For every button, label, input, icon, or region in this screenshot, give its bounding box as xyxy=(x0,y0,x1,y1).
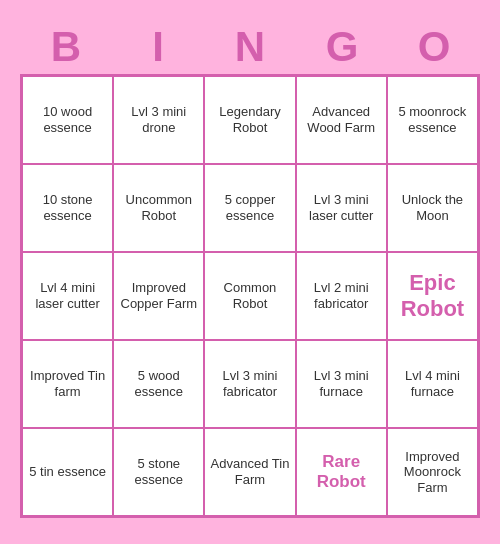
bingo-header: B I N G O xyxy=(20,26,480,68)
bingo-cell: Improved Copper Farm xyxy=(113,252,204,340)
bingo-cell: Uncommon Robot xyxy=(113,164,204,252)
letter-b: B xyxy=(22,26,110,68)
bingo-cell: 5 wood essence xyxy=(113,340,204,428)
bingo-cell: Epic Robot xyxy=(387,252,478,340)
bingo-cell: 5 moonrock essence xyxy=(387,76,478,164)
bingo-cell: 10 wood essence xyxy=(22,76,113,164)
bingo-cell: Legendary Robot xyxy=(204,76,295,164)
bingo-cell: Lvl 3 mini drone xyxy=(113,76,204,164)
bingo-cell: Common Robot xyxy=(204,252,295,340)
bingo-cell: Advanced Tin Farm xyxy=(204,428,295,516)
bingo-cell: 5 stone essence xyxy=(113,428,204,516)
letter-g: G xyxy=(298,26,386,68)
bingo-cell: 5 tin essence xyxy=(22,428,113,516)
bingo-cell: Unlock the Moon xyxy=(387,164,478,252)
bingo-cell: Rare Robot xyxy=(296,428,387,516)
bingo-cell: 10 stone essence xyxy=(22,164,113,252)
bingo-cell: Lvl 3 mini fabricator xyxy=(204,340,295,428)
bingo-cell: Lvl 3 mini laser cutter xyxy=(296,164,387,252)
bingo-grid: 10 wood essenceLvl 3 mini droneLegendary… xyxy=(20,74,480,518)
bingo-cell: Lvl 3 mini furnace xyxy=(296,340,387,428)
bingo-cell: 5 copper essence xyxy=(204,164,295,252)
bingo-cell: Lvl 2 mini fabricator xyxy=(296,252,387,340)
letter-n: N xyxy=(206,26,294,68)
letter-o: O xyxy=(390,26,478,68)
bingo-cell: Advanced Wood Farm xyxy=(296,76,387,164)
bingo-cell: Lvl 4 mini furnace xyxy=(387,340,478,428)
bingo-card: B I N G O 10 wood essenceLvl 3 mini dron… xyxy=(10,16,490,528)
bingo-cell: Improved Moonrock Farm xyxy=(387,428,478,516)
bingo-cell: Lvl 4 mini laser cutter xyxy=(22,252,113,340)
letter-i: I xyxy=(114,26,202,68)
bingo-cell: Improved Tin farm xyxy=(22,340,113,428)
